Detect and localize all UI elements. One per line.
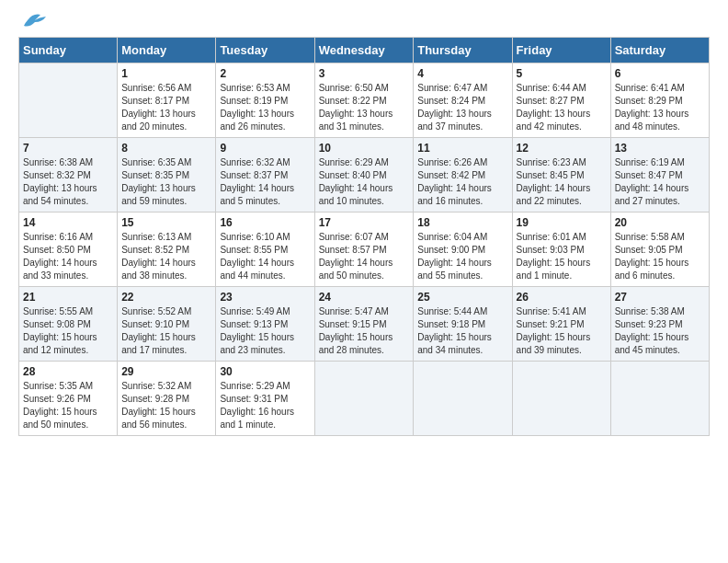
day-number: 30 (220, 365, 310, 378)
day-number: 8 (121, 142, 211, 155)
day-number: 24 (319, 291, 410, 304)
day-info: Sunrise: 6:26 AM Sunset: 8:42 PM Dayligh… (417, 156, 507, 208)
day-info: Sunrise: 5:35 AM Sunset: 9:26 PM Dayligh… (23, 380, 113, 431)
calendar-cell: 17Sunrise: 6:07 AM Sunset: 8:57 PM Dayli… (314, 213, 414, 287)
day-number: 19 (517, 216, 607, 229)
day-info: Sunrise: 6:44 AM Sunset: 8:27 PM Dayligh… (517, 82, 607, 133)
day-info: Sunrise: 6:35 AM Sunset: 8:35 PM Dayligh… (121, 156, 211, 208)
day-info: Sunrise: 5:58 AM Sunset: 9:05 PM Dayligh… (615, 231, 705, 282)
day-info: Sunrise: 6:41 AM Sunset: 8:29 PM Dayligh… (615, 82, 705, 133)
day-number: 16 (220, 216, 310, 229)
day-number: 26 (517, 291, 607, 304)
day-info: Sunrise: 6:01 AM Sunset: 9:03 PM Dayligh… (517, 231, 607, 282)
day-info: Sunrise: 6:47 AM Sunset: 8:24 PM Dayligh… (417, 82, 507, 133)
day-number: 1 (121, 67, 211, 80)
day-info: Sunrise: 6:07 AM Sunset: 8:57 PM Dayligh… (319, 231, 410, 282)
day-info: Sunrise: 5:55 AM Sunset: 9:08 PM Dayligh… (23, 305, 113, 357)
day-number: 7 (23, 142, 113, 155)
day-number: 17 (319, 216, 410, 229)
calendar-cell: 30Sunrise: 5:29 AM Sunset: 9:31 PM Dayli… (216, 362, 314, 436)
day-number: 9 (220, 142, 310, 155)
day-number: 21 (23, 291, 113, 304)
calendar-cell: 23Sunrise: 5:49 AM Sunset: 9:13 PM Dayli… (216, 287, 314, 362)
calendar-cell: 20Sunrise: 5:58 AM Sunset: 9:05 PM Dayli… (610, 213, 709, 287)
weekday-header-sunday: Sunday (19, 38, 118, 63)
day-info: Sunrise: 6:56 AM Sunset: 8:17 PM Dayligh… (121, 82, 211, 133)
calendar-cell: 29Sunrise: 5:32 AM Sunset: 9:28 PM Dayli… (118, 362, 216, 436)
calendar-cell: 9Sunrise: 6:32 AM Sunset: 8:37 PM Daylig… (216, 138, 314, 213)
calendar-week-row: 14Sunrise: 6:16 AM Sunset: 8:50 PM Dayli… (19, 213, 710, 287)
calendar-cell: 10Sunrise: 6:29 AM Sunset: 8:40 PM Dayli… (314, 138, 414, 213)
calendar-week-row: 7Sunrise: 6:38 AM Sunset: 8:32 PM Daylig… (19, 138, 710, 213)
day-info: Sunrise: 5:41 AM Sunset: 9:21 PM Dayligh… (517, 305, 607, 357)
calendar-cell: 19Sunrise: 6:01 AM Sunset: 9:03 PM Dayli… (512, 213, 610, 287)
page-header (18, 18, 710, 29)
day-info: Sunrise: 6:04 AM Sunset: 9:00 PM Dayligh… (417, 231, 507, 282)
calendar-cell: 21Sunrise: 5:55 AM Sunset: 9:08 PM Dayli… (19, 287, 118, 362)
weekday-header-row: SundayMondayTuesdayWednesdayThursdayFrid… (19, 38, 710, 63)
day-number: 5 (517, 67, 607, 80)
weekday-header-tuesday: Tuesday (216, 38, 314, 63)
calendar-cell: 22Sunrise: 5:52 AM Sunset: 9:10 PM Dayli… (118, 287, 216, 362)
weekday-header-wednesday: Wednesday (314, 38, 414, 63)
calendar-cell: 7Sunrise: 6:38 AM Sunset: 8:32 PM Daylig… (19, 138, 118, 213)
calendar-cell: 8Sunrise: 6:35 AM Sunset: 8:35 PM Daylig… (118, 138, 216, 213)
day-info: Sunrise: 5:44 AM Sunset: 9:18 PM Dayligh… (417, 305, 507, 357)
day-number: 12 (517, 142, 607, 155)
day-info: Sunrise: 6:19 AM Sunset: 8:47 PM Dayligh… (615, 156, 705, 208)
calendar-week-row: 28Sunrise: 5:35 AM Sunset: 9:26 PM Dayli… (19, 362, 710, 436)
calendar-cell (610, 362, 709, 436)
calendar-cell: 26Sunrise: 5:41 AM Sunset: 9:21 PM Dayli… (512, 287, 610, 362)
day-number: 27 (615, 291, 705, 304)
calendar-week-row: 1Sunrise: 6:56 AM Sunset: 8:17 PM Daylig… (19, 63, 710, 138)
day-info: Sunrise: 6:38 AM Sunset: 8:32 PM Dayligh… (23, 156, 113, 208)
calendar-cell: 1Sunrise: 6:56 AM Sunset: 8:17 PM Daylig… (118, 63, 216, 138)
calendar-cell: 18Sunrise: 6:04 AM Sunset: 9:00 PM Dayli… (414, 213, 512, 287)
day-number: 2 (220, 67, 310, 80)
calendar-cell (414, 362, 512, 436)
calendar-body: 1Sunrise: 6:56 AM Sunset: 8:17 PM Daylig… (19, 63, 710, 436)
day-info: Sunrise: 5:49 AM Sunset: 9:13 PM Dayligh… (220, 305, 310, 357)
day-info: Sunrise: 5:47 AM Sunset: 9:15 PM Dayligh… (319, 305, 410, 357)
calendar-cell: 25Sunrise: 5:44 AM Sunset: 9:18 PM Dayli… (414, 287, 512, 362)
day-number: 25 (417, 291, 507, 304)
day-number: 13 (615, 142, 705, 155)
calendar-cell: 16Sunrise: 6:10 AM Sunset: 8:55 PM Dayli… (216, 213, 314, 287)
weekday-header-monday: Monday (118, 38, 216, 63)
calendar-cell: 14Sunrise: 6:16 AM Sunset: 8:50 PM Dayli… (19, 213, 118, 287)
calendar-cell (314, 362, 414, 436)
day-info: Sunrise: 5:38 AM Sunset: 9:23 PM Dayligh… (615, 305, 705, 357)
day-info: Sunrise: 6:23 AM Sunset: 8:45 PM Dayligh… (517, 156, 607, 208)
day-number: 14 (23, 216, 113, 229)
calendar-cell: 11Sunrise: 6:26 AM Sunset: 8:42 PM Dayli… (414, 138, 512, 213)
day-info: Sunrise: 5:32 AM Sunset: 9:28 PM Dayligh… (121, 380, 211, 431)
day-info: Sunrise: 5:29 AM Sunset: 9:31 PM Dayligh… (220, 380, 310, 431)
calendar-cell (19, 63, 118, 138)
calendar-cell: 15Sunrise: 6:13 AM Sunset: 8:52 PM Dayli… (118, 213, 216, 287)
calendar-cell: 27Sunrise: 5:38 AM Sunset: 9:23 PM Dayli… (610, 287, 709, 362)
calendar-cell: 4Sunrise: 6:47 AM Sunset: 8:24 PM Daylig… (414, 63, 512, 138)
calendar-cell: 2Sunrise: 6:53 AM Sunset: 8:19 PM Daylig… (216, 63, 314, 138)
calendar-cell: 28Sunrise: 5:35 AM Sunset: 9:26 PM Dayli… (19, 362, 118, 436)
day-number: 20 (615, 216, 705, 229)
calendar-cell: 24Sunrise: 5:47 AM Sunset: 9:15 PM Dayli… (314, 287, 414, 362)
weekday-header-friday: Friday (512, 38, 610, 63)
calendar-cell: 12Sunrise: 6:23 AM Sunset: 8:45 PM Dayli… (512, 138, 610, 213)
day-info: Sunrise: 6:13 AM Sunset: 8:52 PM Dayligh… (121, 231, 211, 282)
weekday-header-saturday: Saturday (610, 38, 709, 63)
day-number: 6 (615, 67, 705, 80)
calendar-header: SundayMondayTuesdayWednesdayThursdayFrid… (19, 38, 710, 63)
day-number: 23 (220, 291, 310, 304)
day-info: Sunrise: 5:52 AM Sunset: 9:10 PM Dayligh… (121, 305, 211, 357)
day-number: 15 (121, 216, 211, 229)
day-number: 29 (121, 365, 211, 378)
day-info: Sunrise: 6:32 AM Sunset: 8:37 PM Dayligh… (220, 156, 310, 208)
logo (18, 18, 50, 29)
day-info: Sunrise: 6:50 AM Sunset: 8:22 PM Dayligh… (319, 82, 410, 133)
day-info: Sunrise: 6:53 AM Sunset: 8:19 PM Dayligh… (220, 82, 310, 133)
calendar-cell: 5Sunrise: 6:44 AM Sunset: 8:27 PM Daylig… (512, 63, 610, 138)
day-info: Sunrise: 6:10 AM Sunset: 8:55 PM Dayligh… (220, 231, 310, 282)
calendar-week-row: 21Sunrise: 5:55 AM Sunset: 9:08 PM Dayli… (19, 287, 710, 362)
logo-bird-icon (20, 11, 50, 29)
day-number: 18 (417, 216, 507, 229)
